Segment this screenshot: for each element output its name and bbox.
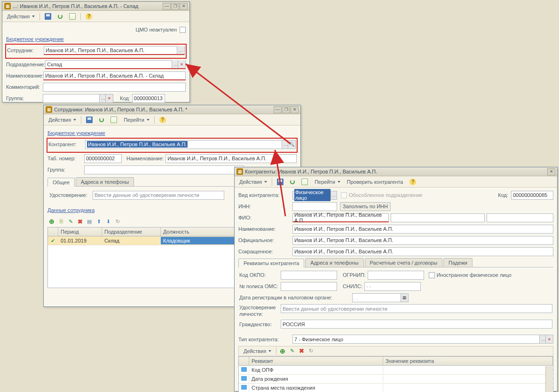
tabs: Реквизиты контрагента Адреса и телефоны … — [238, 258, 553, 267]
titlebar: ▦ Сотрудники: Иванов И.И., Петров П.И., … — [44, 105, 300, 114]
scrollbar[interactable] — [545, 366, 552, 392]
maximize-button[interactable]: ❐ — [282, 106, 290, 113]
col-requisite[interactable]: Реквизит — [249, 357, 383, 365]
name-value: Иванов И.И., Петров П.И., Васильев А.П. … — [45, 73, 164, 78]
refresh-button[interactable] — [55, 12, 65, 21]
dept-field[interactable]: Склад … × — [45, 60, 186, 69]
regdate-field[interactable]: . . ▦ — [352, 293, 409, 302]
save-button[interactable] — [274, 177, 286, 187]
col-period[interactable]: Период — [58, 227, 102, 236]
add-button[interactable]: ⊕ — [47, 217, 56, 226]
sub-add-button[interactable]: ⊕ — [278, 347, 287, 355]
tab-requisites[interactable]: Реквизиты контрагента — [238, 259, 304, 267]
name-field[interactable]: Иванов И.И., Петров П.И., Васильев А.П. — [165, 154, 297, 163]
calendar-button[interactable]: ▦ — [401, 294, 408, 302]
sub-actions-menu[interactable]: Действия — [241, 346, 274, 356]
group-field[interactable]: … × — [43, 94, 113, 103]
employee-select-button[interactable]: … — [177, 46, 184, 54]
col-value[interactable]: Значение реквизита — [383, 357, 553, 365]
save-button[interactable] — [83, 115, 95, 125]
refresh-button[interactable] — [96, 115, 107, 125]
table-row[interactable]: Дата рождения — [239, 375, 553, 384]
okpo-field[interactable] — [281, 271, 337, 280]
delete-button[interactable]: ✖ — [76, 217, 84, 226]
tab-general[interactable]: Общее — [47, 178, 75, 187]
maximize-button[interactable]: ❐ — [171, 3, 179, 10]
doc-icon — [69, 13, 76, 20]
close-button[interactable]: ✕ — [291, 106, 299, 113]
update-button[interactable]: ↻ — [113, 217, 122, 226]
ident-field[interactable]: Ввести данные об удостоверении личности — [93, 191, 224, 200]
code-field[interactable]: 0000000013 — [132, 94, 165, 103]
type-field[interactable]: Физическое лицо … — [292, 191, 337, 200]
oms-field[interactable] — [281, 282, 337, 291]
copy-button[interactable]: ⎘ — [57, 217, 65, 226]
sub-refresh-button[interactable]: ↻ — [307, 347, 315, 355]
table-row[interactable]: Код ОПФ — [239, 366, 553, 375]
help-button[interactable]: ? — [407, 177, 419, 187]
help-button[interactable]: ? — [157, 115, 169, 125]
view-button[interactable]: ▤ — [85, 217, 94, 226]
name-field[interactable]: Иванов И.И., Петров П.И., Васильев А.П. — [292, 225, 553, 234]
report-button[interactable] — [299, 177, 311, 187]
sub-edit-button[interactable]: ✎ — [288, 347, 296, 355]
ident-field[interactable]: Ввести данные об удостоверении личности — [281, 304, 552, 313]
dept-clear-button[interactable]: × — [178, 60, 185, 68]
foreign-checkbox[interactable] — [429, 272, 435, 278]
tab-addresses[interactable]: Адреса и телефоны — [76, 177, 134, 186]
citizen-field[interactable]: РОССИЯ — [281, 320, 552, 329]
actions-menu[interactable]: Действия — [4, 12, 38, 21]
official-field[interactable]: Иванов И.И., Петров П.И., Васильев А.П. — [292, 236, 553, 245]
col-dept[interactable]: Подразделение — [102, 227, 161, 236]
minimize-button[interactable]: — — [163, 3, 171, 10]
goto-menu[interactable]: Перейти — [312, 177, 343, 187]
fio-field-2[interactable] — [391, 213, 485, 222]
ogrnip-field[interactable] — [368, 271, 424, 280]
edit-button[interactable]: ✎ — [66, 217, 75, 226]
inn-field[interactable] — [292, 202, 337, 211]
actions-menu[interactable]: Действия — [46, 115, 79, 125]
cmo-checkbox[interactable] — [180, 27, 186, 33]
ctype-clear-button[interactable]: × — [545, 335, 553, 343]
save-button[interactable] — [42, 12, 54, 21]
employee-field[interactable]: Иванов И.И., Петров П.И., Васильев А.П. … — [44, 46, 185, 55]
refresh-button[interactable] — [287, 177, 298, 187]
tab-accounts[interactable]: Расчетные счета / договоры — [365, 258, 443, 267]
tabnum-field[interactable]: 0000000002 — [84, 154, 122, 163]
check-button[interactable]: Проверить контрагента — [344, 177, 406, 187]
group-clear-button[interactable]: × — [105, 94, 113, 102]
fio-field-3[interactable] — [487, 213, 553, 222]
card-icon — [241, 385, 247, 390]
close-button[interactable]: ✕ — [180, 3, 188, 10]
table-row[interactable]: Страна места нахождения — [239, 384, 553, 392]
snils-field[interactable]: - - — [364, 282, 421, 291]
close-button[interactable]: ✕ — [547, 168, 555, 175]
window-contragent: ▦ Контрагенты: Иванов И.И., Петров П.И.,… — [234, 167, 558, 392]
tab-addresses[interactable]: Адреса и телефоны — [305, 258, 363, 267]
up-button[interactable]: ⬆ — [94, 217, 103, 226]
comment-field[interactable] — [43, 83, 186, 92]
name-value: Иванов И.И., Петров П.И., Васильев А.П. — [167, 156, 266, 161]
fio-field-1[interactable]: Иванов И.И., Петров П.И., Васильев А.П. — [292, 213, 389, 222]
help-button[interactable]: ? — [83, 12, 95, 21]
type-select-button[interactable]: … — [331, 191, 337, 199]
ctype-field[interactable]: 7 - Физическое лицо … × — [292, 335, 553, 344]
contragent-label: Контрагент: — [48, 141, 85, 147]
minimize-button[interactable]: — — [274, 106, 282, 113]
separate-checkbox[interactable] — [341, 192, 347, 198]
tab-cases[interactable]: Падежи — [443, 258, 472, 267]
report-button[interactable] — [66, 12, 79, 21]
short-field[interactable]: Иванов И.И., Петров П.И., Васильев А.П. — [292, 247, 553, 256]
fill-inn-button[interactable]: Заполнить по ИНН — [340, 202, 391, 211]
code-field[interactable]: 000000000085 — [511, 191, 553, 200]
contragent-field[interactable]: Иванов И.И., Петров П.И., Васильев А.П. … — [85, 140, 296, 149]
sub-delete-button[interactable]: ✖ — [297, 347, 306, 355]
name-field[interactable]: Иванов И.И., Петров П.И., Васильев А.П. … — [43, 71, 186, 80]
goto-menu[interactable]: Перейти — [121, 115, 152, 125]
ctype-label: Тип контрагента: — [238, 337, 292, 342]
contragent-open-button[interactable]: 🔍 — [288, 141, 295, 149]
actions-menu[interactable]: Действия — [236, 177, 270, 187]
down-button[interactable]: ⬇ — [104, 217, 112, 226]
report-button[interactable] — [108, 115, 120, 125]
group-field[interactable] — [84, 165, 244, 174]
